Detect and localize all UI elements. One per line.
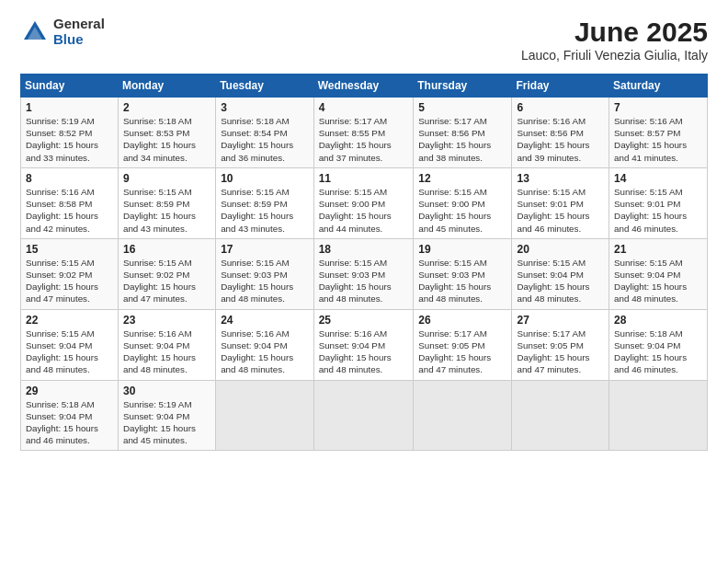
day-cell: 22Sunrise: 5:15 AMSunset: 9:04 PMDayligh…: [21, 309, 119, 380]
day-cell: 13Sunrise: 5:15 AMSunset: 9:01 PMDayligh…: [512, 167, 609, 238]
calendar-subtitle: Lauco, Friuli Venezia Giulia, Italy: [521, 48, 708, 63]
day-info: Sunrise: 5:18 AMSunset: 9:04 PMDaylight:…: [614, 327, 702, 376]
day-info: Sunrise: 5:15 AMSunset: 9:03 PMDaylight:…: [319, 257, 409, 305]
day-info: Sunrise: 5:16 AMSunset: 9:04 PMDaylight:…: [123, 327, 210, 376]
day-info: Sunrise: 5:18 AMSunset: 8:54 PMDaylight:…: [221, 115, 308, 164]
day-info: Sunrise: 5:15 AMSunset: 9:04 PMDaylight:…: [517, 257, 604, 305]
day-info: Sunrise: 5:18 AMSunset: 8:53 PMDaylight:…: [123, 115, 210, 164]
day-cell: 5Sunrise: 5:17 AMSunset: 8:56 PMDaylight…: [414, 98, 512, 168]
header-monday: Monday: [118, 75, 215, 98]
day-number: 7: [614, 101, 702, 114]
day-cell: 23Sunrise: 5:16 AMSunset: 9:04 PMDayligh…: [118, 309, 215, 380]
day-info: Sunrise: 5:15 AMSunset: 9:04 PMDaylight:…: [26, 327, 113, 376]
day-number: 12: [418, 172, 506, 185]
week-row-5: 29Sunrise: 5:18 AMSunset: 9:04 PMDayligh…: [21, 380, 708, 451]
day-info: Sunrise: 5:15 AMSunset: 9:04 PMDaylight:…: [614, 257, 702, 305]
day-number: 24: [221, 314, 308, 327]
day-cell: 11Sunrise: 5:15 AMSunset: 9:00 PMDayligh…: [313, 167, 414, 238]
day-number: 13: [517, 172, 604, 185]
day-cell: 26Sunrise: 5:17 AMSunset: 9:05 PMDayligh…: [414, 309, 512, 380]
day-number: 26: [418, 314, 506, 327]
day-cell: [414, 380, 512, 451]
logo-text: General Blue: [53, 17, 105, 47]
day-cell: [512, 380, 609, 451]
day-cell: 6Sunrise: 5:16 AMSunset: 8:56 PMDaylight…: [512, 98, 609, 168]
day-info: Sunrise: 5:15 AMSunset: 8:59 PMDaylight:…: [221, 186, 308, 235]
day-number: 17: [221, 243, 308, 256]
day-info: Sunrise: 5:16 AMSunset: 9:04 PMDaylight:…: [319, 327, 409, 376]
day-info: Sunrise: 5:16 AMSunset: 8:58 PMDaylight:…: [26, 186, 113, 235]
day-cell: 30Sunrise: 5:19 AMSunset: 9:04 PMDayligh…: [118, 380, 215, 451]
day-info: Sunrise: 5:15 AMSunset: 9:03 PMDaylight:…: [221, 257, 308, 305]
day-cell: [609, 380, 708, 451]
day-number: 18: [319, 243, 409, 256]
day-number: 11: [319, 172, 409, 185]
day-cell: 4Sunrise: 5:17 AMSunset: 8:55 PMDaylight…: [313, 98, 414, 168]
day-cell: 29Sunrise: 5:18 AMSunset: 9:04 PMDayligh…: [21, 380, 119, 451]
day-number: 3: [221, 101, 308, 114]
day-number: 27: [517, 314, 604, 327]
header-wednesday: Wednesday: [313, 75, 414, 98]
day-info: Sunrise: 5:19 AMSunset: 9:04 PMDaylight:…: [123, 398, 210, 447]
day-cell: 17Sunrise: 5:15 AMSunset: 9:03 PMDayligh…: [216, 238, 313, 309]
day-info: Sunrise: 5:16 AMSunset: 8:56 PMDaylight:…: [517, 115, 604, 164]
day-cell: [313, 380, 414, 451]
day-info: Sunrise: 5:15 AMSunset: 9:00 PMDaylight:…: [319, 186, 409, 235]
header-tuesday: Tuesday: [216, 75, 313, 98]
day-info: Sunrise: 5:15 AMSunset: 9:01 PMDaylight:…: [614, 186, 702, 235]
day-cell: 28Sunrise: 5:18 AMSunset: 9:04 PMDayligh…: [609, 309, 708, 380]
day-cell: 2Sunrise: 5:18 AMSunset: 8:53 PMDaylight…: [118, 98, 215, 168]
calendar-page: General Blue June 2025 Lauco, Friuli Ven…: [0, 0, 728, 563]
day-number: 29: [26, 385, 113, 397]
logo-blue-text: Blue: [53, 32, 105, 48]
day-cell: 9Sunrise: 5:15 AMSunset: 8:59 PMDaylight…: [118, 167, 215, 238]
day-number: 10: [221, 172, 308, 185]
day-cell: [216, 380, 313, 451]
day-info: Sunrise: 5:19 AMSunset: 8:52 PMDaylight:…: [26, 115, 113, 164]
day-number: 1: [26, 101, 113, 114]
day-number: 30: [123, 385, 210, 397]
week-row-2: 8Sunrise: 5:16 AMSunset: 8:58 PMDaylight…: [21, 167, 708, 238]
day-info: Sunrise: 5:15 AMSunset: 9:02 PMDaylight:…: [26, 257, 113, 305]
calendar-table: Sunday Monday Tuesday Wednesday Thursday…: [20, 74, 708, 451]
day-cell: 27Sunrise: 5:17 AMSunset: 9:05 PMDayligh…: [512, 309, 609, 380]
day-cell: 12Sunrise: 5:15 AMSunset: 9:00 PMDayligh…: [414, 167, 512, 238]
day-cell: 1Sunrise: 5:19 AMSunset: 8:52 PMDaylight…: [21, 98, 119, 168]
week-row-4: 22Sunrise: 5:15 AMSunset: 9:04 PMDayligh…: [21, 309, 708, 380]
week-row-3: 15Sunrise: 5:15 AMSunset: 9:02 PMDayligh…: [21, 238, 708, 309]
day-cell: 18Sunrise: 5:15 AMSunset: 9:03 PMDayligh…: [313, 238, 414, 309]
day-number: 22: [26, 314, 113, 327]
day-number: 23: [123, 314, 210, 327]
header-row: Sunday Monday Tuesday Wednesday Thursday…: [21, 75, 708, 98]
day-number: 28: [614, 314, 702, 327]
header-sunday: Sunday: [21, 75, 119, 98]
day-cell: 16Sunrise: 5:15 AMSunset: 9:02 PMDayligh…: [118, 238, 215, 309]
title-block: June 2025 Lauco, Friuli Venezia Giulia, …: [521, 17, 708, 70]
header-saturday: Saturday: [609, 75, 708, 98]
header: General Blue June 2025 Lauco, Friuli Ven…: [20, 17, 708, 70]
day-number: 8: [26, 172, 113, 185]
header-friday: Friday: [512, 75, 609, 98]
day-info: Sunrise: 5:16 AMSunset: 9:04 PMDaylight:…: [221, 327, 308, 376]
day-cell: 20Sunrise: 5:15 AMSunset: 9:04 PMDayligh…: [512, 238, 609, 309]
day-cell: 15Sunrise: 5:15 AMSunset: 9:02 PMDayligh…: [21, 238, 119, 309]
day-info: Sunrise: 5:15 AMSunset: 9:00 PMDaylight:…: [418, 186, 506, 235]
day-cell: 25Sunrise: 5:16 AMSunset: 9:04 PMDayligh…: [313, 309, 414, 380]
day-cell: 7Sunrise: 5:16 AMSunset: 8:57 PMDaylight…: [609, 98, 708, 168]
day-info: Sunrise: 5:15 AMSunset: 9:01 PMDaylight:…: [517, 186, 604, 235]
logo-icon: [20, 17, 50, 47]
week-row-1: 1Sunrise: 5:19 AMSunset: 8:52 PMDaylight…: [21, 98, 708, 168]
day-info: Sunrise: 5:15 AMSunset: 9:03 PMDaylight:…: [418, 257, 506, 305]
day-number: 5: [418, 101, 506, 114]
day-number: 20: [517, 243, 604, 256]
day-number: 6: [517, 101, 604, 114]
logo-general-text: General: [53, 17, 105, 32]
day-info: Sunrise: 5:17 AMSunset: 9:05 PMDaylight:…: [418, 327, 506, 376]
day-number: 19: [418, 243, 506, 256]
day-cell: 14Sunrise: 5:15 AMSunset: 9:01 PMDayligh…: [609, 167, 708, 238]
day-info: Sunrise: 5:15 AMSunset: 8:59 PMDaylight:…: [123, 186, 210, 235]
day-cell: 21Sunrise: 5:15 AMSunset: 9:04 PMDayligh…: [609, 238, 708, 309]
day-number: 25: [319, 314, 409, 327]
day-cell: 19Sunrise: 5:15 AMSunset: 9:03 PMDayligh…: [414, 238, 512, 309]
day-number: 4: [319, 101, 409, 114]
